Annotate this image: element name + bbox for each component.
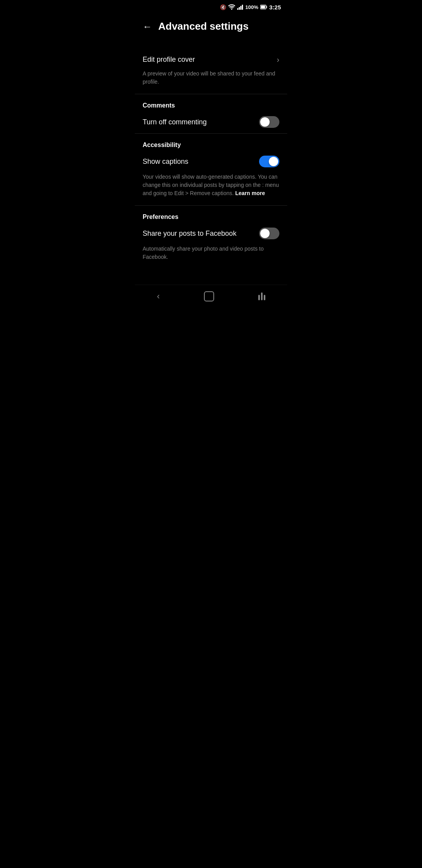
svg-rect-6	[266, 6, 267, 8]
back-button[interactable]: ←	[143, 21, 152, 32]
status-icons: 🔇 100% 3:25	[220, 4, 281, 11]
commenting-toggle-track	[259, 116, 279, 128]
turn-off-commenting-label: Turn off commenting	[143, 118, 207, 126]
profile-cover-section: Edit profile cover › A preview of your v…	[135, 42, 287, 94]
wifi-icon	[228, 4, 235, 10]
nav-back-button[interactable]: ‹	[157, 291, 159, 301]
svg-rect-2	[240, 6, 241, 10]
battery-percentage: 100%	[245, 4, 258, 10]
chevron-right-icon: ›	[277, 55, 279, 64]
nav-recents-button[interactable]	[258, 292, 265, 300]
comments-section: Comments Turn off commenting	[135, 94, 287, 133]
preferences-header: Preferences	[143, 213, 279, 221]
captions-description: Your videos will show auto-generated cap…	[143, 173, 279, 205]
share-facebook-row[interactable]: Share your posts to Facebook	[143, 222, 279, 245]
svg-rect-5	[261, 6, 265, 9]
edit-profile-cover-row[interactable]: Edit profile cover ›	[143, 50, 279, 70]
status-time: 3:25	[269, 4, 281, 11]
captions-toggle-track	[259, 156, 279, 167]
svg-rect-0	[237, 8, 238, 10]
page-header: ← Advanced settings	[135, 14, 287, 42]
facebook-toggle-track	[259, 228, 279, 239]
share-facebook-label: Share your posts to Facebook	[143, 230, 236, 238]
profile-cover-description: A preview of your video will be shared t…	[143, 70, 279, 94]
show-captions-row[interactable]: Show captions	[143, 150, 279, 173]
nav-home-icon	[204, 291, 214, 301]
settings-container: Edit profile cover › A preview of your v…	[135, 42, 287, 269]
captions-toggle-thumb	[269, 157, 278, 166]
page-title: Advanced settings	[158, 20, 249, 32]
edit-profile-cover-label: Edit profile cover	[143, 56, 195, 64]
commenting-toggle[interactable]	[259, 116, 279, 128]
signal-icon	[237, 4, 243, 10]
show-captions-label: Show captions	[143, 158, 188, 166]
preferences-section: Preferences Share your posts to Facebook…	[135, 206, 287, 269]
facebook-toggle[interactable]	[259, 228, 279, 239]
nav-home-button[interactable]	[204, 291, 214, 301]
status-bar: 🔇 100% 3:25	[135, 0, 287, 14]
accessibility-section: Accessibility Show captions Your videos …	[135, 134, 287, 205]
nav-recents-icon	[258, 292, 265, 300]
facebook-toggle-thumb	[260, 229, 270, 238]
battery-icon	[260, 5, 267, 9]
accessibility-header: Accessibility	[143, 142, 279, 149]
svg-rect-1	[239, 7, 240, 10]
captions-toggle[interactable]	[259, 156, 279, 167]
comments-header: Comments	[143, 102, 279, 109]
turn-off-commenting-row[interactable]: Turn off commenting	[143, 111, 279, 133]
svg-rect-3	[242, 5, 243, 10]
bottom-navigation: ‹	[135, 285, 287, 309]
commenting-toggle-thumb	[260, 117, 270, 127]
mute-icon: 🔇	[220, 4, 226, 10]
learn-more-link[interactable]: Learn more	[235, 190, 265, 196]
facebook-description: Automatically share your photo and video…	[143, 245, 279, 269]
